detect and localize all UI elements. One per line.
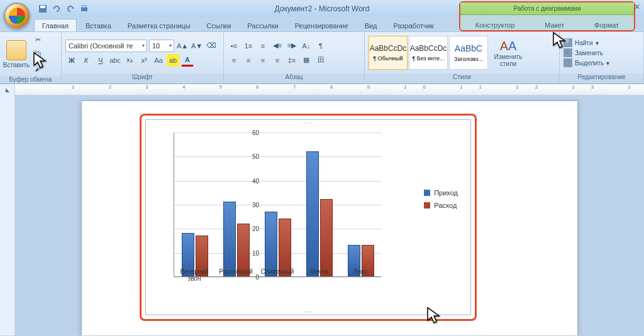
copy-button[interactable]: ⿻ bbox=[31, 48, 44, 60]
highlight-button[interactable]: ab bbox=[167, 54, 179, 67]
paste-icon bbox=[6, 40, 26, 60]
chart-object[interactable]: Приход Расход 0102030405060Вечерний звон… bbox=[145, 119, 471, 315]
tab-view[interactable]: Вид bbox=[357, 19, 385, 31]
ruler-corner[interactable]: ◣ bbox=[0, 84, 15, 95]
bold-button[interactable]: Ж bbox=[65, 54, 78, 67]
align-left-button[interactable]: ≡ bbox=[228, 54, 240, 67]
tab-references[interactable]: Ссылки bbox=[199, 19, 239, 31]
select-button[interactable]: ▭Выделить ▾ bbox=[564, 58, 609, 67]
legend-swatch-2 bbox=[424, 202, 430, 209]
replace-button[interactable]: abЗаменить bbox=[564, 48, 609, 57]
multilevel-button[interactable]: ≡ bbox=[257, 40, 269, 52]
cut-button[interactable]: ✂ bbox=[31, 33, 44, 46]
tab-page-layout[interactable]: Разметка страницы bbox=[120, 19, 198, 31]
save-icon[interactable] bbox=[38, 4, 48, 14]
borders-button[interactable]: 田 bbox=[314, 54, 327, 67]
italic-button[interactable]: К bbox=[80, 54, 92, 67]
chart-legend[interactable]: Приход Расход bbox=[424, 189, 458, 214]
increase-indent-button[interactable]: ≡▶ bbox=[286, 40, 298, 52]
change-styles-button[interactable]: AA Изменить стили bbox=[491, 33, 526, 72]
horizontal-ruler-bar: ◣ 1 2 3 4 5 6 7 8 9 10 11 12 13 14 15 16… bbox=[0, 84, 644, 95]
y-tick-label: 20 bbox=[252, 225, 259, 232]
office-button[interactable] bbox=[4, 3, 30, 29]
y-tick-label: 10 bbox=[252, 249, 259, 256]
font-color-button[interactable]: A bbox=[181, 54, 194, 67]
print-icon[interactable] bbox=[79, 4, 89, 14]
grow-font-button[interactable]: A▲ bbox=[176, 40, 189, 52]
subscript-button[interactable]: x₂ bbox=[123, 54, 136, 67]
group-font-label: Шрифт bbox=[62, 73, 223, 84]
show-marks-button[interactable]: ¶ bbox=[314, 40, 327, 52]
format-painter-button[interactable]: 🖌 bbox=[31, 62, 44, 75]
legend-label-2: Расход bbox=[434, 202, 457, 209]
change-styles-icon: AA bbox=[500, 39, 517, 53]
find-button[interactable]: 🔍Найти ▾ bbox=[564, 38, 609, 47]
legend-swatch-1 bbox=[424, 190, 430, 196]
ribbon: Вставить ✂ ⿻ 🖌 Буфер обмена Calibri (Осн… bbox=[0, 31, 644, 84]
x-tick-label: Вечерний звон bbox=[174, 268, 215, 282]
bar-Приход[interactable] bbox=[306, 151, 319, 276]
group-editing-label: Редактирование bbox=[560, 73, 643, 84]
shading-button[interactable]: ▦ bbox=[300, 54, 313, 67]
paste-button[interactable]: Вставить bbox=[4, 35, 29, 73]
x-tick-label: Люкс bbox=[340, 268, 381, 275]
gridline bbox=[174, 133, 381, 133]
paste-label: Вставить bbox=[3, 62, 30, 68]
group-styles-label: Стили bbox=[365, 73, 559, 84]
group-clipboard: Вставить ✂ ⿻ 🖌 Буфер обмена bbox=[0, 32, 62, 84]
vertical-ruler[interactable] bbox=[0, 95, 15, 335]
tab-design[interactable]: Конструктор bbox=[475, 21, 515, 29]
style-normal[interactable]: AaBbCcDc ¶ Обычный bbox=[369, 36, 408, 70]
tab-insert[interactable]: Вставка bbox=[78, 19, 119, 31]
page[interactable]: Приход Расход 0102030405060Вечерний звон… bbox=[81, 100, 578, 335]
align-right-button[interactable]: ≡ bbox=[257, 54, 269, 67]
tab-review[interactable]: Рецензирование bbox=[287, 19, 356, 31]
bar-Приход[interactable] bbox=[223, 202, 236, 276]
numbering-button[interactable]: 1≡ bbox=[242, 40, 255, 52]
line-spacing-button[interactable]: ‡≡ bbox=[286, 54, 298, 67]
bar-Приход[interactable] bbox=[265, 212, 277, 277]
justify-button[interactable]: ≡ bbox=[271, 54, 284, 67]
tab-layout[interactable]: Макет bbox=[545, 21, 564, 29]
align-center-button[interactable]: ≡ bbox=[242, 54, 255, 67]
strike-button[interactable]: abc bbox=[109, 54, 121, 67]
tab-home[interactable]: Главная bbox=[34, 19, 77, 31]
document-scroll[interactable]: Приход Расход 0102030405060Вечерний звон… bbox=[15, 95, 644, 335]
shrink-font-button[interactable]: A▼ bbox=[191, 40, 203, 52]
bar-Расход[interactable] bbox=[320, 199, 333, 276]
underline-button[interactable]: Ч bbox=[94, 54, 107, 67]
sort-button[interactable]: A↓ bbox=[300, 40, 313, 52]
svg-rect-1 bbox=[40, 6, 45, 8]
tab-developer[interactable]: Разработчик bbox=[386, 19, 441, 31]
group-font: Calibri (Основной те 10 A▲ A▼ ⌫ Ж К Ч ab… bbox=[62, 32, 224, 84]
superscript-button[interactable]: x² bbox=[138, 54, 150, 67]
x-tick-label: Сливочный bbox=[257, 268, 298, 275]
font-name-combo[interactable]: Calibri (Основной те bbox=[65, 40, 147, 52]
y-tick-label: 50 bbox=[252, 153, 259, 160]
window-title: Документ2 - Microsoft Word bbox=[274, 4, 369, 13]
bullets-button[interactable]: •≡ bbox=[228, 40, 240, 52]
svg-rect-2 bbox=[81, 8, 87, 11]
replace-icon: ab bbox=[564, 48, 572, 57]
styles-gallery[interactable]: AaBbCcDc ¶ Обычный AaBbCcDc ¶ Без инте..… bbox=[369, 36, 488, 70]
font-size-combo[interactable]: 10 bbox=[149, 40, 174, 52]
chart-tools-contextual-tab: Работа с диаграммами Конструктор Макет Ф… bbox=[459, 1, 635, 31]
find-icon: 🔍 bbox=[564, 38, 572, 47]
horizontal-ruler[interactable]: 1 2 3 4 5 6 7 8 9 10 11 12 13 14 15 16 1… bbox=[15, 84, 644, 95]
style-heading1[interactable]: AaBbC Заголово... bbox=[449, 36, 488, 70]
gridline bbox=[174, 181, 381, 182]
group-styles: AaBbCcDc ¶ Обычный AaBbCcDc ¶ Без инте..… bbox=[365, 32, 560, 84]
gridline bbox=[174, 205, 381, 205]
redo-icon[interactable] bbox=[65, 4, 75, 14]
clear-format-button[interactable]: ⌫ bbox=[205, 40, 218, 52]
undo-icon[interactable] bbox=[52, 4, 62, 14]
chart-selection-highlight: Приход Расход 0102030405060Вечерний звон… bbox=[140, 114, 477, 321]
work-area: Приход Расход 0102030405060Вечерний звон… bbox=[0, 95, 644, 335]
chart-plot-area[interactable] bbox=[174, 133, 381, 277]
style-no-spacing[interactable]: AaBbCcDc ¶ Без инте... bbox=[409, 36, 448, 70]
tab-mailings[interactable]: Рассылки bbox=[240, 19, 286, 31]
decrease-indent-button[interactable]: ◀≡ bbox=[271, 40, 284, 52]
chart-tools-title: Работа с диаграммами bbox=[460, 3, 634, 15]
change-case-button[interactable]: Aa bbox=[152, 54, 165, 67]
tab-format[interactable]: Формат bbox=[594, 21, 619, 29]
